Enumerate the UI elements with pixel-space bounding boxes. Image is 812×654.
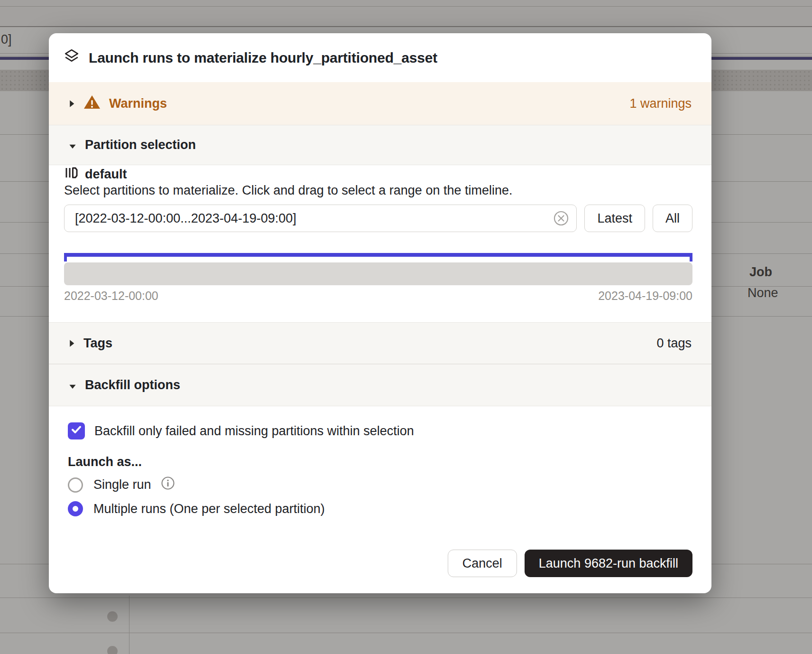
partition-section-header: Partition selection [85,138,196,152]
launch-backfill-dialog: Launch runs to materialize hourly_partit… [49,33,711,593]
backfill-section-content: Backfill only failed and missing partiti… [49,406,711,550]
timeline-date-labels: 2022-03-12-00:00 2023-04-19-09:00 [64,289,692,303]
cancel-button[interactable]: Cancel [448,550,517,577]
single-run-option-row: Single run [68,476,692,494]
partition-range-input[interactable] [64,205,577,232]
checkmark-icon [70,423,83,439]
range-start-label: 2022-03-12-00:00 [64,289,158,303]
chevron-down-icon [69,138,76,152]
warnings-count-badge: 1 warnings [629,96,692,111]
chevron-right-icon [69,336,75,351]
single-run-label: Single run [93,477,151,492]
backfill-section-header: Backfill options [85,378,180,392]
dialog-title: Launch runs to materialize hourly_partit… [89,50,437,66]
materialize-layers-icon [64,48,79,67]
partition-input-row: Latest All [64,205,692,232]
launch-backfill-button[interactable]: Launch 9682-run backfill [525,550,692,577]
partition-dimension-name: default [85,167,127,182]
clear-selection-button[interactable] [553,210,569,226]
timeline-bar[interactable] [64,262,692,285]
partition-section-toggle[interactable]: Partition selection [49,125,711,165]
dialog-footer: Cancel Launch 9682-run backfill [49,550,711,593]
backfill-checkbox-label: Backfill only failed and missing partiti… [94,424,414,439]
latest-button[interactable]: Latest [584,205,645,232]
multiple-runs-radio[interactable] [68,501,83,516]
tags-section-toggle[interactable]: Tags 0 tags [49,322,711,364]
multiple-runs-label: Multiple runs (One per selected partitio… [93,502,325,516]
partition-set-icon [64,166,78,183]
partition-description: Select partitions to materialize. Click … [64,183,692,198]
warnings-label: Warnings [109,96,167,111]
backfill-only-failed-checkbox[interactable] [68,422,85,439]
single-run-radio[interactable] [68,477,83,493]
chevron-down-icon [69,378,76,392]
warning-triangle-icon [83,94,101,113]
dialog-header: Launch runs to materialize hourly_partit… [49,33,711,82]
launch-as-label: Launch as... [68,455,692,469]
multiple-runs-option-row: Multiple runs (One per selected partitio… [68,501,692,516]
clear-circle-x-icon [553,221,569,228]
backfill-section-toggle[interactable]: Backfill options [49,364,711,406]
tags-section-header: Tags [83,336,112,351]
warnings-section-toggle[interactable]: Warnings 1 warnings [49,82,711,125]
range-end-label: 2023-04-19-09:00 [598,289,692,303]
info-icon[interactable] [161,476,175,494]
timeline-selection-bracket[interactable] [64,253,692,257]
partition-dimension-row: default [64,167,692,181]
partition-section-content: default Select partitions to materialize… [49,165,711,322]
all-button[interactable]: All [653,205,692,232]
backfill-checkbox-row: Backfill only failed and missing partiti… [68,422,692,439]
partition-input-wrap [64,205,577,232]
tags-count-badge: 0 tags [656,336,692,351]
chevron-right-icon [69,96,75,111]
